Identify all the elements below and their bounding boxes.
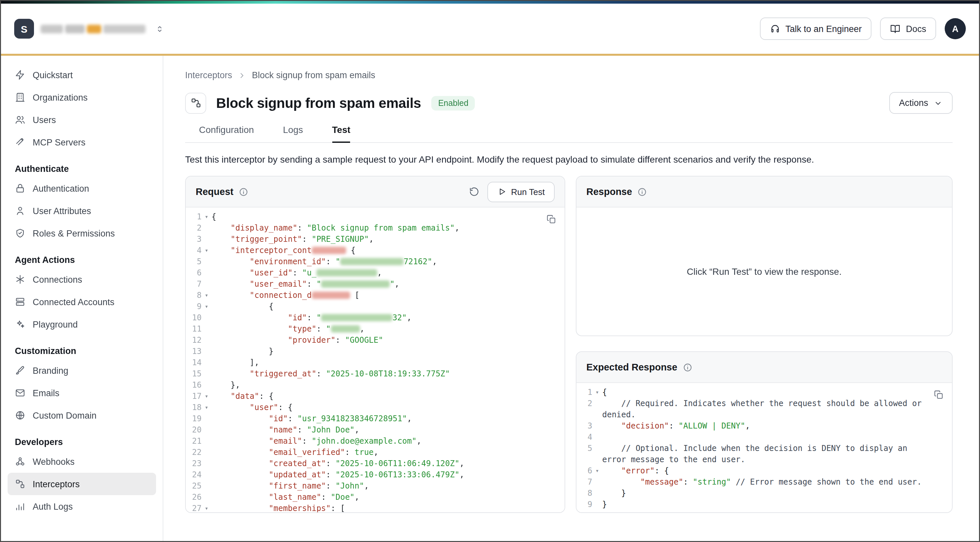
- sidebar-item-mcp-servers[interactable]: MCP Servers: [8, 131, 156, 153]
- breadcrumb-parent[interactable]: Interceptors: [185, 70, 232, 80]
- code-text: "created_at": "2025-10-06T11:06:49.120Z"…: [212, 458, 565, 469]
- line-number: 23: [186, 458, 202, 469]
- line-number: 18: [186, 402, 202, 413]
- fold-arrow-icon[interactable]: ▾: [592, 387, 602, 398]
- zap-icon: [15, 70, 25, 80]
- run-test-button[interactable]: Run Test: [487, 181, 555, 202]
- reset-request-icon[interactable]: [466, 184, 482, 200]
- tab-logs[interactable]: Logs: [283, 124, 303, 142]
- info-icon[interactable]: [638, 187, 648, 197]
- actions-button[interactable]: Actions: [889, 92, 953, 114]
- fold-arrow-icon[interactable]: ▾: [202, 211, 212, 223]
- page-title: Block signup from spam emails: [216, 95, 421, 111]
- tab-configuration[interactable]: Configuration: [199, 124, 254, 142]
- fold-arrow-icon[interactable]: ▾: [202, 402, 212, 413]
- sidebar-item-playground[interactable]: Playground: [8, 313, 156, 335]
- talk-to-engineer-button[interactable]: Talk to an Engineer: [760, 17, 872, 40]
- code-text: // Required. Indicates whether the reque…: [602, 398, 952, 421]
- talk-to-engineer-label: Talk to an Engineer: [785, 24, 862, 33]
- docs-button[interactable]: Docs: [880, 17, 936, 40]
- expected-response-panel: Expected Response 1▾{2 // Required. Indi…: [576, 351, 953, 513]
- code-line: 7 "user_email": "",: [186, 279, 565, 290]
- line-number: 14: [186, 357, 202, 369]
- sidebar-item-authentication[interactable]: Authentication: [8, 177, 156, 200]
- request-panel: Request Run Test: [185, 176, 565, 513]
- sidebar-item-label: Connected Accounts: [33, 297, 115, 307]
- sidebar-item-quickstart[interactable]: Quickstart: [8, 64, 156, 86]
- sidebar-item-user-attributes[interactable]: User Attributes: [8, 200, 156, 222]
- redacted-text: [331, 325, 360, 332]
- line-number: 1: [576, 387, 592, 398]
- logo-letter: S: [21, 23, 27, 34]
- avatar-letter: A: [952, 24, 959, 33]
- code-text: "memberships": [: [212, 503, 565, 512]
- line-number: 11: [186, 324, 202, 335]
- sidebar-item-interceptors[interactable]: Interceptors: [8, 473, 156, 495]
- sidebar-item-roles-permissions[interactable]: Roles & Permissions: [8, 222, 156, 245]
- line-number: 24: [186, 469, 202, 481]
- fold-arrow-icon[interactable]: ▾: [202, 245, 212, 256]
- code-line: 19 "id": "usr_93418238346728951",: [186, 413, 565, 424]
- redacted-text: [103, 24, 145, 33]
- info-icon[interactable]: [239, 187, 248, 197]
- docs-label: Docs: [906, 24, 926, 33]
- tab-test[interactable]: Test: [332, 124, 350, 142]
- org-name-redacted[interactable]: [41, 24, 145, 33]
- redacted-text: [312, 292, 350, 299]
- sidebar-item-emails[interactable]: Emails: [8, 381, 156, 404]
- sidebar-item-webhooks[interactable]: Webhooks: [8, 450, 156, 473]
- fold-arrow-icon[interactable]: ▾: [202, 391, 212, 402]
- sidebar-item-users[interactable]: Users: [8, 108, 156, 131]
- fold-arrow-icon[interactable]: ▾: [202, 290, 212, 301]
- sidebar-item-organizations[interactable]: Organizations: [8, 86, 156, 108]
- breadcrumb-current: Block signup from spam emails: [252, 70, 375, 80]
- code-text: "email": "john.doe@example.com",: [212, 436, 565, 447]
- sidebar-item-auth-logs[interactable]: Auth Logs: [8, 495, 156, 518]
- code-line: 9}: [576, 499, 952, 510]
- workspace-switcher-icon[interactable]: [155, 24, 165, 33]
- sidebar-item-connected-accounts[interactable]: Connected Accounts: [8, 291, 156, 313]
- sidebar-item-label: Emails: [33, 388, 59, 398]
- line-number: 13: [186, 346, 202, 357]
- sidebar-item-label: Auth Logs: [33, 501, 73, 511]
- code-line: 5 // Optional. Include when the decision…: [576, 443, 952, 466]
- code-line: 6 "user_id": "u_,: [186, 267, 565, 279]
- breadcrumb: Interceptors Block signup from spam emai…: [185, 70, 953, 80]
- shield-check-icon: [15, 228, 25, 238]
- code-text: "interceptor_cont {: [212, 245, 565, 256]
- request-code-editor[interactable]: 1▾{2 "display_name": "Block signup from …: [186, 208, 565, 512]
- code-line: 25 "first_name": "John",: [186, 481, 565, 492]
- line-number: 4: [576, 432, 592, 443]
- line-number: 7: [186, 279, 202, 290]
- redacted-text: [340, 258, 404, 265]
- fold-arrow-icon[interactable]: ▾: [202, 301, 212, 312]
- code-line: 10 "id": "32",: [186, 312, 565, 324]
- code-text: ],: [212, 357, 565, 369]
- expected-code-editor[interactable]: 1▾{2 // Required. Indicates whether the …: [576, 383, 952, 512]
- page-description: Test this interceptor by sending a sampl…: [185, 154, 953, 165]
- info-icon[interactable]: [683, 362, 693, 372]
- code-text: "error": {: [602, 466, 952, 477]
- sidebar-section-authenticate: Authenticate: [8, 164, 156, 174]
- sidebar-item-connections[interactable]: Connections: [8, 268, 156, 291]
- sidebar-item-label: Quickstart: [33, 70, 73, 80]
- code-line: 17▾ "data": {: [186, 391, 565, 402]
- copy-icon[interactable]: [932, 388, 945, 404]
- copy-icon[interactable]: [545, 213, 558, 228]
- sidebar-item-label: Authentication: [33, 183, 89, 193]
- redacted-text: [317, 269, 377, 277]
- line-number: 2: [576, 398, 592, 409]
- fold-arrow-icon[interactable]: ▾: [202, 503, 212, 512]
- sidebar-item-branding[interactable]: Branding: [8, 359, 156, 381]
- fold-arrow-icon[interactable]: ▾: [592, 466, 602, 477]
- code-line: 1▾{: [576, 387, 952, 398]
- code-line: 22 "email_verified": true,: [186, 447, 565, 458]
- sidebar-item-label: Webhooks: [33, 456, 75, 466]
- code-text: }: [602, 488, 952, 499]
- sparkles-icon: [15, 319, 25, 329]
- avatar[interactable]: A: [945, 18, 966, 39]
- sidebar-item-custom-domain[interactable]: Custom Domain: [8, 404, 156, 426]
- sidebar-item-label: Connections: [33, 275, 82, 285]
- code-line: 4: [576, 432, 952, 443]
- code-text: "last_name": "Doe",: [212, 492, 565, 503]
